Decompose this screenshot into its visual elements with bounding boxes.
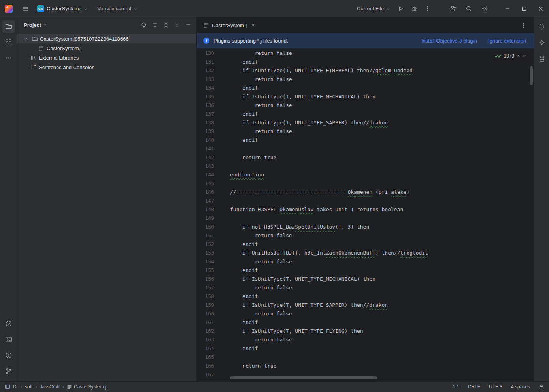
project-panel-title-dropdown[interactable]: Project [24,22,47,28]
code-line[interactable]: endif [230,318,534,327]
run-button[interactable] [395,3,407,15]
line-number[interactable]: 161 [197,318,230,327]
line-number[interactable]: 142 [197,153,230,162]
panel-layout-icon[interactable] [5,384,10,390]
horizontal-scrollbar[interactable] [230,376,377,379]
line-number[interactable]: 147 [197,197,230,205]
code-line[interactable]: endif [230,84,534,92]
line-number[interactable]: 132 [197,66,230,75]
code-line[interactable]: return false [230,127,534,136]
code-line[interactable]: return false [230,49,534,58]
tab-close-icon[interactable]: ✕ [251,23,255,28]
line-number[interactable]: 158 [197,292,230,301]
project-tool-window-button[interactable] [2,20,15,33]
line-number[interactable]: 160 [197,309,230,318]
code-line[interactable]: endif [230,136,534,144]
code-line[interactable] [230,144,534,153]
code-line[interactable]: return false [230,101,534,110]
run-tool-window-button[interactable] [2,317,15,330]
code-line[interactable]: return true [230,362,534,370]
more-tool-windows-button[interactable] [2,52,15,64]
code-line[interactable] [230,197,534,205]
inspections-widget[interactable]: 1373 [493,51,528,61]
line-number[interactable]: 150 [197,223,230,231]
vertical-scrollbar[interactable] [530,66,533,85]
select-opened-file-button[interactable] [139,20,149,30]
line-number[interactable]: 144 [197,171,230,179]
breadcrumb-item-soft[interactable]: soft [25,384,32,390]
code-with-me-button[interactable] [447,3,459,15]
chevron-down-icon[interactable] [22,37,29,40]
minimize-button[interactable] [499,0,516,17]
line-number[interactable]: 166 [197,362,230,370]
tree-item-external-libraries[interactable]: External Libraries [17,53,196,62]
line-number[interactable]: 148 [197,205,230,214]
editor-code[interactable]: return false endif if IsUnitType(T, UNIT… [230,48,534,381]
code-editor[interactable]: 1301311321331341351361371381391401411421… [197,48,534,381]
code-line[interactable]: return false [230,75,534,84]
line-number[interactable]: 146 [197,188,230,197]
code-line[interactable]: if IsUnitType(T, UNIT_TYPE_SAPPER) then/… [230,301,534,309]
line-number[interactable]: 137 [197,110,230,118]
code-line[interactable]: if UnitHasBuffBJ(T, h3c_IntZachOkamenenB… [230,249,534,257]
maximize-button[interactable] [516,0,532,17]
code-line[interactable]: endif [230,266,534,275]
hide-panel-button[interactable] [183,20,193,30]
code-line[interactable]: if IsUnitType(T, UNIT_TYPE_FLYING) then [230,327,534,336]
line-number[interactable]: 153 [197,249,230,257]
database-button[interactable] [536,53,548,65]
line-number[interactable]: 140 [197,136,230,144]
code-line[interactable]: return false [230,257,534,266]
tree-item-file[interactable]: CasterSystem.j [17,43,196,53]
line-number[interactable]: 134 [197,84,230,92]
code-line[interactable]: return false [230,283,534,292]
next-problem-button[interactable] [522,54,526,58]
previous-problem-button[interactable] [516,54,520,58]
search-everywhere-button[interactable] [463,3,475,15]
code-line[interactable]: //=================================== Ok… [230,188,534,197]
code-line[interactable] [230,214,534,223]
code-line[interactable]: endif [230,58,534,66]
line-number[interactable]: 154 [197,257,230,266]
line-number[interactable]: 133 [197,75,230,84]
line-number[interactable]: 149 [197,214,230,223]
breadcrumb-item-drive[interactable]: D: [13,384,18,390]
tab-castersystem[interactable]: CasterSystem.j ✕ [197,17,260,33]
terminal-tool-window-button[interactable] [2,333,15,346]
expand-all-button[interactable] [150,20,160,30]
code-line[interactable]: return false [230,231,534,240]
editor-gutter[interactable]: 1301311321331341351361371381391401411421… [197,48,230,381]
code-line[interactable]: function H3SPEL_OkamenUslov takes unit T… [230,205,534,214]
line-number[interactable]: 138 [197,118,230,127]
ai-assistant-button[interactable] [536,36,548,49]
line-number[interactable]: 131 [197,58,230,66]
more-actions-button[interactable] [422,3,434,15]
close-button[interactable] [532,0,549,17]
install-plugin-link[interactable]: Install Objective-J plugin [421,38,477,44]
line-number[interactable]: 139 [197,127,230,136]
code-line[interactable]: endif [230,240,534,249]
debug-button[interactable] [408,3,420,15]
line-number[interactable]: 155 [197,266,230,275]
git-tool-window-button[interactable] [2,365,15,377]
readonly-lock-icon[interactable] [539,384,544,390]
line-number[interactable]: 136 [197,101,230,110]
caret-position-widget[interactable]: 1:1 [453,384,459,390]
settings-button[interactable] [479,3,491,15]
structure-tool-window-button[interactable] [2,36,15,49]
main-menu-button[interactable] [20,3,32,15]
code-line[interactable]: if IsUnitType(T, UNIT_TYPE_SAPPER) then/… [230,118,534,127]
code-line[interactable]: if IsUnitType(T, UNIT_TYPE_MECHANICAL) t… [230,92,534,101]
tree-item-scratches[interactable]: Scratches and Consoles [17,62,196,72]
code-line[interactable] [230,162,534,171]
line-number[interactable]: 145 [197,179,230,188]
line-number[interactable]: 130 [197,49,230,58]
line-number[interactable]: 167 [197,370,230,379]
indent-widget[interactable]: 4 spaces [511,384,530,390]
line-number[interactable]: 159 [197,301,230,309]
ignore-extension-link[interactable]: Ignore extension [488,38,526,44]
line-number[interactable]: 156 [197,275,230,283]
code-line[interactable]: return false [230,336,534,344]
code-line[interactable] [230,353,534,362]
code-line[interactable]: if IsUnitType(T, UNIT_TYPE_ETHEREAL) the… [230,66,534,75]
